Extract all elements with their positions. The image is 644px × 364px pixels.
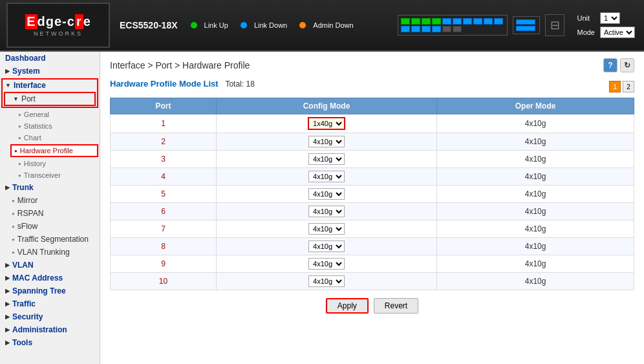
cell-config-mode: 1x40g4x10g: [216, 133, 436, 151]
port-pip-1: [401, 18, 410, 25]
logo-box-r: r: [75, 14, 83, 29]
sidebar-item-sflow[interactable]: ● sFlow: [0, 220, 100, 233]
port-pip-12: [411, 26, 420, 32]
col-header-config-mode: Config Mode: [216, 98, 436, 114]
table-row: 91x40g4x10g4x10g: [111, 255, 634, 273]
config-mode-select-2[interactable]: 1x40g4x10g: [308, 136, 345, 147]
arrow-port: ▼: [13, 96, 19, 102]
refresh-icon-btn[interactable]: ↻: [620, 58, 634, 72]
sfp-pip-1: [516, 19, 535, 25]
arrow-traffic: ▶: [5, 301, 10, 307]
cell-port: 6: [111, 203, 217, 220]
port-pip-10: [494, 18, 503, 25]
sidebar-label-security: Security: [12, 312, 43, 321]
help-icon-btn[interactable]: ?: [603, 58, 617, 72]
sidebar-item-port[interactable]: ▼ Port: [5, 93, 94, 105]
cell-oper-mode: 4x10g: [437, 186, 634, 203]
sidebar-item-hw-profile[interactable]: ● Hardware Profile: [12, 145, 97, 156]
config-mode-select-10[interactable]: 1x40g4x10g: [308, 275, 345, 287]
sidebar-label-port: Port: [21, 94, 36, 103]
cell-port: 1: [111, 114, 217, 133]
interface-highlight-box: ▼ Interface ▼ Port: [1, 78, 98, 108]
apply-button[interactable]: Apply: [326, 298, 369, 314]
sidebar: Dashboard ▶ System ▼ Interface ▼ Port: [0, 52, 100, 364]
col-header-oper-mode: Oper Mode: [437, 98, 634, 114]
sidebar-label-rspan: RSPAN: [17, 209, 43, 218]
sidebar-item-mirror[interactable]: ● Mirror: [0, 194, 100, 207]
sidebar-item-traffic-seg[interactable]: ● Traffic Segmentation: [0, 233, 100, 246]
logo-sub: NETWORKS: [34, 30, 83, 37]
config-mode-select-4[interactable]: 1x40g4x10g: [308, 171, 345, 182]
unit-label: Unit: [574, 11, 597, 25]
arrow-trunk: ▶: [5, 184, 10, 191]
sidebar-item-mac[interactable]: ▶ MAC Address: [0, 272, 100, 284]
port-pip-6: [453, 18, 462, 25]
sidebar-item-chart[interactable]: ● Chart: [0, 132, 100, 144]
mode-label: Mode: [574, 25, 597, 39]
cell-port: 4: [111, 168, 217, 186]
action-row: Apply Revert: [110, 298, 634, 314]
sidebar-item-vlan-trunking[interactable]: ● VLAN Trunking: [0, 246, 100, 259]
section-title-text: Hardware Profile Mode List: [110, 79, 219, 89]
sidebar-item-system[interactable]: ▶ System: [0, 65, 100, 78]
sidebar-item-tools[interactable]: ▶ Tools: [0, 336, 100, 349]
sidebar-item-security[interactable]: ▶ Security: [0, 310, 100, 323]
section-header: Hardware Profile Mode List Total: 18 1 2: [110, 79, 634, 94]
mode-select[interactable]: Active: [600, 27, 635, 38]
sidebar-item-vlan[interactable]: ▶ VLAN: [0, 259, 100, 272]
config-mode-select-8[interactable]: 1x40g4x10g: [308, 241, 345, 252]
config-mode-select-7[interactable]: 1x40g4x10g: [308, 223, 345, 235]
port-visual: ⊟: [398, 14, 564, 36]
led-link-up: [191, 22, 197, 28]
config-mode-select-9[interactable]: 1x40g4x10g: [308, 258, 345, 270]
sidebar-label-mac: MAC Address: [12, 273, 63, 283]
page-nav: 1 2: [609, 81, 634, 92]
device-name: ECS5520-18X: [120, 20, 178, 30]
sidebar-item-dashboard[interactable]: Dashboard: [0, 52, 100, 65]
config-mode-select-6[interactable]: 1x40g4x10g: [308, 206, 345, 217]
cell-config-mode: 1x40g4x10g: [216, 114, 436, 133]
config-mode-select-3[interactable]: 1x40g4x10g: [308, 153, 345, 165]
breadcrumb-text: Interface > Port > Hardware Profile: [110, 60, 250, 70]
revert-button[interactable]: Revert: [374, 298, 418, 314]
sidebar-label-traffic: Traffic: [12, 299, 36, 308]
page-btn-1[interactable]: 1: [609, 81, 621, 92]
sidebar-label-system: System: [12, 67, 40, 76]
cell-config-mode: 1x40g4x10g: [216, 220, 436, 238]
port-pip-5: [442, 18, 451, 25]
arrow-tools: ▶: [5, 339, 10, 346]
section-title: Hardware Profile Mode List Total: 18: [110, 79, 255, 89]
arrow-vlan: ▶: [5, 262, 10, 268]
cell-config-mode: 1x40g4x10g: [216, 186, 436, 203]
led-admin-down: [299, 22, 306, 28]
cell-oper-mode: 4x10g: [437, 203, 634, 220]
unit-select[interactable]: 1: [600, 12, 620, 24]
link-up-label: Link Up: [204, 21, 228, 29]
cell-port: 3: [111, 151, 217, 168]
sidebar-item-statistics[interactable]: ● Statistics: [0, 120, 100, 132]
cell-config-mode: 1x40g4x10g: [216, 203, 436, 220]
sidebar-item-interface[interactable]: ▼ Interface: [3, 80, 97, 91]
config-mode-select-5[interactable]: 1x40g4x10g: [308, 188, 345, 200]
sidebar-item-rspan[interactable]: ● RSPAN: [0, 207, 100, 220]
sidebar-item-trunk[interactable]: ▶ Trunk: [0, 181, 100, 194]
table-row: 71x40g4x10g4x10g: [111, 220, 634, 238]
dot-rspan: ●: [12, 211, 15, 217]
page-btn-2[interactable]: 2: [623, 81, 634, 92]
sidebar-item-history[interactable]: ● History: [0, 158, 100, 169]
sidebar-item-transceiver[interactable]: ● Transceiver: [0, 169, 100, 181]
switch-icon: ⊟: [545, 14, 564, 36]
sidebar-item-administration[interactable]: ▶ Administration: [0, 323, 100, 336]
port-pip-15: [442, 26, 451, 32]
sidebar-item-traffic[interactable]: ▶ Traffic: [0, 297, 100, 310]
cell-port: 8: [111, 238, 217, 255]
sidebar-item-general[interactable]: ● General: [0, 109, 100, 120]
config-mode-select-1[interactable]: 1x40g4x10g: [308, 117, 345, 130]
cell-oper-mode: 4x10g: [437, 220, 634, 238]
sidebar-item-spanning[interactable]: ▶ Spanning Tree: [0, 284, 100, 297]
cell-port: 7: [111, 220, 217, 238]
dot-general: ●: [18, 112, 21, 118]
sidebar-label-transceiver: Transceiver: [24, 171, 61, 179]
link-down-label: Link Down: [254, 21, 287, 29]
cell-port: 9: [111, 255, 217, 273]
